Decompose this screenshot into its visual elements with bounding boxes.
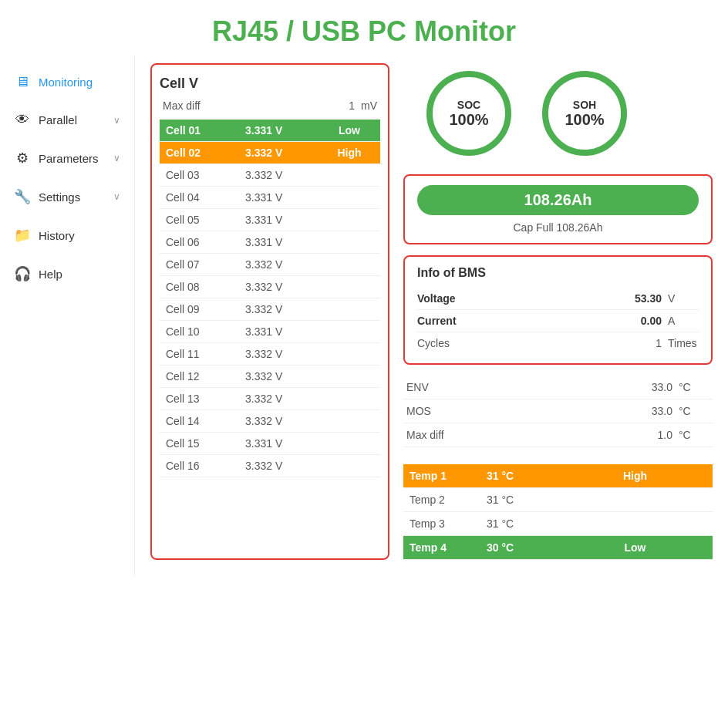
table-row: Temp 231 °C [403, 488, 713, 512]
cell-status [318, 455, 380, 477]
env-value: 33.0 [652, 405, 672, 417]
table-row: Cell 123.332 V [160, 366, 380, 388]
env-row: MOS33.0°C [403, 399, 713, 423]
cell-panel-title: Cell V [160, 76, 380, 92]
cell-status [318, 231, 380, 254]
table-row: Cell 133.332 V [160, 388, 380, 410]
cell-voltage: 3.332 V [239, 366, 318, 388]
cell-name: Cell 07 [160, 254, 239, 276]
bms-unit: V [668, 292, 699, 305]
bms-label: Current [417, 315, 494, 327]
cell-voltage: 3.332 V [239, 388, 318, 410]
sidebar-label-parallel: Parallel [39, 113, 77, 126]
cap-full-value: 108.26Ah [557, 221, 603, 234]
soh-circle: SOH 100% [542, 71, 627, 156]
parallel-icon: 👁 [14, 112, 31, 128]
monitoring-icon: 🖥 [14, 74, 31, 90]
cell-voltage: 3.331 V [239, 433, 318, 455]
table-row: Temp 331 °C [403, 512, 713, 536]
cell-status [318, 164, 380, 187]
cell-voltage: 3.331 V [239, 120, 318, 142]
env-unit: °C [679, 429, 709, 441]
cell-status [318, 254, 380, 276]
env-label: MOS [406, 405, 484, 417]
bms-label: Cycles [417, 337, 494, 349]
temp-value: 31 °C [480, 512, 558, 536]
temp-value: 30 °C [480, 536, 558, 560]
soc-label: SOC [457, 99, 480, 111]
cell-voltage: 3.332 V [239, 298, 318, 321]
cell-panel: Cell V Max diff 1 mV Cell 013.331 VLowCe… [150, 63, 389, 560]
cell-voltage: 3.332 V [239, 410, 318, 433]
bms-unit: Times [668, 337, 699, 349]
sidebar-item-parallel[interactable]: 👁Parallel∨ [0, 101, 134, 139]
table-row: Cell 053.331 V [160, 209, 380, 231]
bms-panel: Info of BMS Voltage53.30VCurrent0.00ACyc… [403, 255, 713, 365]
cell-name: Cell 08 [160, 276, 239, 298]
cell-name: Cell 03 [160, 164, 239, 187]
bms-title: Info of BMS [417, 266, 699, 280]
bms-unit: A [668, 315, 699, 327]
cell-status [318, 321, 380, 343]
cell-status: High [318, 142, 380, 164]
max-diff-unit: mV [361, 99, 377, 112]
sidebar-label-parameters: Parameters [39, 152, 99, 165]
bms-value: 53.30 [635, 292, 662, 305]
cell-name: Cell 06 [160, 231, 239, 254]
sidebar: 🖥Monitoring👁Parallel∨⚙Parameters∨🔧Settin… [0, 56, 135, 575]
bms-value: 1 [656, 337, 662, 349]
table-row: Cell 073.332 V [160, 254, 380, 276]
temp-name: Temp 1 [403, 464, 480, 488]
sidebar-label-settings: Settings [39, 190, 80, 204]
table-row: Cell 023.332 VHigh [160, 142, 380, 164]
cell-voltage: 3.331 V [239, 187, 318, 209]
temp-status: Low [558, 536, 713, 560]
table-row: Cell 013.331 VLow [160, 120, 380, 142]
cell-name: Cell 09 [160, 298, 239, 321]
bms-row: Cycles1Times [417, 332, 699, 354]
parameters-icon: ⚙ [14, 150, 31, 167]
cell-name: Cell 01 [160, 120, 239, 142]
table-row: Cell 093.332 V [160, 298, 380, 321]
cell-voltage: 3.332 V [239, 276, 318, 298]
bms-value: 0.00 [641, 315, 662, 327]
env-section: ENV33.0°CMOS33.0°CMax diff1.0°C [403, 376, 713, 447]
sidebar-item-settings[interactable]: 🔧Settings∨ [0, 177, 134, 216]
env-unit: °C [679, 381, 709, 393]
history-icon: 📁 [14, 227, 31, 244]
cell-status [318, 343, 380, 366]
cell-name: Cell 13 [160, 388, 239, 410]
max-diff-value: 1 [349, 99, 355, 112]
sidebar-item-history[interactable]: 📁History [0, 216, 134, 254]
cell-name: Cell 10 [160, 321, 239, 343]
cell-name: Cell 02 [160, 142, 239, 164]
cell-status [318, 209, 380, 231]
temp-status: High [558, 464, 713, 488]
cell-name: Cell 11 [160, 343, 239, 366]
cell-voltage: 3.332 V [239, 343, 318, 366]
table-row: Cell 043.331 V [160, 187, 380, 209]
cell-voltage: 3.332 V [239, 254, 318, 276]
table-row: Cell 153.331 V [160, 433, 380, 455]
table-row: Cell 113.332 V [160, 343, 380, 366]
sidebar-item-parameters[interactable]: ⚙Parameters∨ [0, 139, 134, 177]
sidebar-item-monitoring[interactable]: 🖥Monitoring [0, 63, 134, 101]
cell-voltage: 3.332 V [239, 455, 318, 477]
env-value: 1.0 [658, 429, 672, 441]
settings-arrow-icon: ∨ [113, 191, 120, 202]
cell-status [318, 433, 380, 455]
soc-circle: SOC 100% [426, 71, 511, 156]
table-row: Cell 063.331 V [160, 231, 380, 254]
cell-voltage: 3.331 V [239, 231, 318, 254]
soh-value: 100% [565, 111, 604, 129]
page-title: RJ45 / USB PC Monitor [0, 0, 728, 56]
table-row: Temp 430 °CLow [403, 536, 713, 560]
env-label: Max diff [406, 429, 484, 441]
sidebar-item-help[interactable]: 🎧Help [0, 254, 134, 293]
env-value: 33.0 [652, 381, 672, 393]
cell-name: Cell 15 [160, 433, 239, 455]
cell-name: Cell 14 [160, 410, 239, 433]
sidebar-label-help: Help [39, 268, 62, 281]
cell-name: Cell 04 [160, 187, 239, 209]
cell-voltage: 3.332 V [239, 142, 318, 164]
